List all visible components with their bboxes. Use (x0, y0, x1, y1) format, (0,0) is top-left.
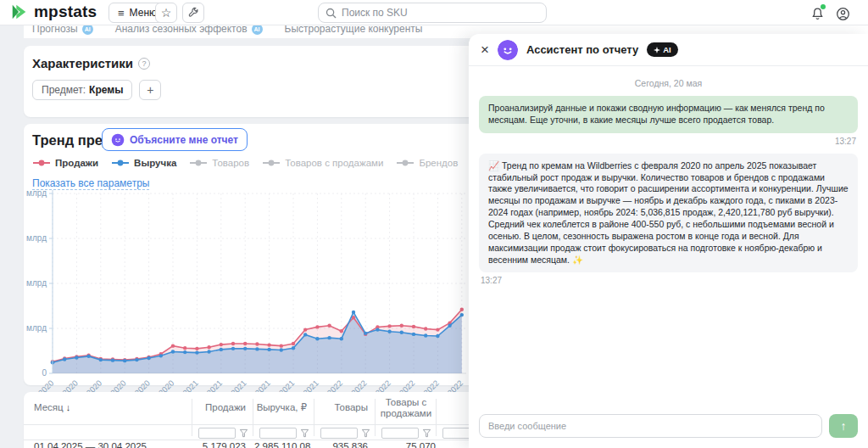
filter-input[interactable] (381, 428, 419, 439)
notifications-button[interactable] (807, 4, 827, 23)
column-header[interactable]: Товары (315, 402, 368, 413)
legend-marker (111, 160, 130, 166)
data-point (292, 342, 295, 345)
nav-item[interactable]: Быстрорастущие конкуренты (285, 25, 423, 35)
x-axis-label: 04.2022 (342, 378, 369, 392)
filter-funnel-icon[interactable] (422, 428, 431, 438)
data-point (327, 336, 331, 339)
data-point (400, 331, 403, 334)
column-header[interactable]: Товары с продажами (376, 397, 436, 419)
data-point (135, 358, 138, 361)
data-point (292, 346, 295, 350)
filter-input[interactable] (198, 428, 236, 439)
data-point (183, 346, 186, 350)
data-point (315, 325, 319, 328)
x-axis-label: 10.2020 (125, 378, 152, 392)
data-point (436, 334, 439, 338)
x-axis-label: 06.2021 (221, 378, 248, 392)
subject-chip[interactable]: Предмет: Кремы (32, 80, 132, 100)
ai-badge-small: AI (82, 25, 93, 35)
search-input[interactable] (342, 7, 539, 19)
chat-message-input[interactable] (479, 414, 822, 438)
x-axis-label: 08.2020 (101, 378, 128, 392)
send-button[interactable]: ↑ (829, 414, 858, 438)
legend-label: Товаров с продажами (285, 158, 383, 168)
cell-value: 75,070 (376, 441, 436, 448)
data-point (340, 337, 343, 340)
column-header[interactable]: Месяц↓ (34, 402, 191, 413)
data-point (412, 333, 415, 336)
column-header[interactable]: Продажи (193, 402, 246, 413)
explain-report-label: Объясните мне отчет (130, 134, 238, 146)
characteristics-title-text: Характеристики (32, 56, 133, 70)
menu-icon: ≡ (118, 7, 125, 20)
data-point (255, 342, 259, 345)
help-icon[interactable]: ? (138, 58, 150, 70)
top-bar: mpstats ≡ Меню ☆ (0, 0, 868, 25)
data-point (220, 343, 223, 346)
trend-chart-svg: 01 млрд2 млрд3 млрд4 млрд02.202004.20200… (25, 188, 469, 392)
nav-item-label: Прогнозы (32, 25, 78, 35)
wrench-icon (187, 7, 199, 19)
filter-input[interactable] (320, 428, 358, 439)
data-point (315, 337, 319, 340)
filter-input[interactable] (259, 428, 297, 439)
chat-title: Ассистент по отчету (526, 43, 638, 56)
column-header[interactable]: Выручка, ₽ (254, 402, 307, 413)
data-point (412, 325, 415, 328)
legend-item[interactable]: Брендов (396, 158, 458, 168)
ai-badge: AI (647, 42, 678, 57)
sort-icon[interactable]: ↓ (66, 402, 71, 412)
star-icon: ☆ (161, 6, 172, 20)
chip-label: Предмет: (42, 84, 86, 96)
screen: mpstats ≡ Меню ☆ (0, 0, 868, 448)
data-point (220, 348, 223, 351)
account-button[interactable] (832, 4, 853, 23)
legend-label: Товаров (212, 158, 249, 168)
up-arrow-icon: ↑ (841, 419, 847, 433)
nav-item-label: Быстрорастущие конкуренты (285, 25, 423, 35)
data-point (376, 328, 379, 331)
data-point (195, 350, 198, 354)
filter-cell (320, 428, 370, 439)
nav-item[interactable]: Анализ сезонных эффектовAI (115, 25, 263, 35)
legend-label: Выручка (134, 158, 176, 168)
message-list: Проанализируй данные и покажи сводную ин… (469, 96, 868, 285)
data-point (243, 347, 247, 350)
sku-search[interactable] (318, 3, 547, 23)
legend-item[interactable]: Выручка (111, 158, 176, 168)
data-point (460, 313, 464, 316)
x-axis-label: 10.2022 (414, 378, 441, 392)
user-icon (836, 7, 850, 21)
explain-report-button[interactable]: Объясните мне отчет (102, 128, 248, 151)
assistant-message: 📈 Тренд по кремам на Wildberries с февра… (479, 154, 858, 273)
data-point (243, 342, 247, 345)
data-point (86, 355, 90, 358)
nav-item[interactable]: ПрогнозыAI (32, 25, 93, 35)
data-point (207, 350, 210, 353)
data-point (75, 356, 78, 359)
data-point (327, 324, 331, 328)
sparkle-icon (654, 47, 660, 53)
data-point (424, 327, 427, 330)
legend-item[interactable]: Товаров (189, 158, 249, 168)
nav-item-label: Анализ сезонных эффектов (115, 25, 248, 35)
date-separator: Сегодня, 20 мая (469, 78, 868, 88)
filter-funnel-icon[interactable] (239, 428, 248, 438)
filter-funnel-icon[interactable] (361, 428, 370, 438)
column-divider (375, 399, 376, 436)
data-point (183, 350, 186, 354)
data-point (303, 328, 307, 331)
filter-funnel-icon[interactable] (300, 428, 309, 438)
mpstats-logo[interactable]: mpstats (10, 3, 97, 21)
close-chat-button[interactable]: × (481, 42, 489, 57)
data-point (280, 348, 283, 351)
legend-item[interactable]: Товаров с продажами (262, 158, 383, 168)
data-point (387, 330, 391, 333)
favorites-button[interactable]: ☆ (155, 3, 177, 23)
tools-button[interactable] (182, 3, 204, 23)
cell-value: 5,179,023 (193, 441, 246, 448)
add-characteristic-button[interactable]: + (139, 80, 161, 100)
data-point (147, 356, 150, 360)
legend-item[interactable]: Продажи (32, 158, 98, 168)
